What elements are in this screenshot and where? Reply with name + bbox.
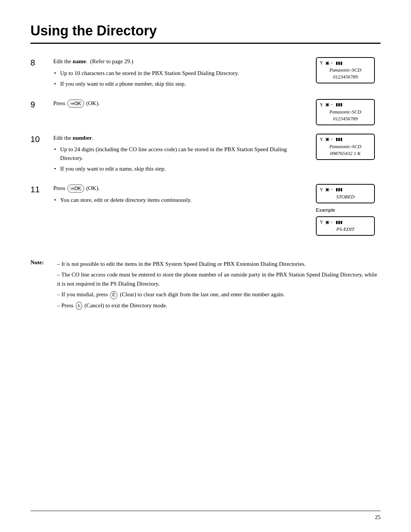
forward-icon-10: ▣→ [325,137,333,142]
note-section: Note: – It is not possible to edit the i… [30,256,381,312]
step-9-body: Press ⇒OK (OK). [53,99,316,111]
lcd-line1-9: Panasonic-SCD [320,109,371,115]
lcd-display-11-stored: Y ▣→ ▮▮▮ STORED [316,184,375,203]
battery-icon-8: ▮▮▮ [336,61,342,66]
step-11-body: Press ⇒OK (OK). You can store, edit or d… [53,184,316,207]
note-item-3: – If you misdial, press C̈ (Clear) to cl… [57,290,381,299]
example-label: Example [316,207,335,213]
lcd-line1-10: Panasonic-SCD [320,143,371,150]
lcd-icons-8: Y ▣→ ▮▮▮ [320,60,371,66]
step-number-11: 11 [30,184,53,195]
battery-icon-9: ▮▮▮ [336,102,342,107]
note-body: – It is not possible to edit the items i… [57,259,381,312]
step-11-side: Y ▣→ ▮▮▮ STORED Example Y ▣→ ▮▮▮ [316,184,381,236]
lcd-line1-8: Panasonic-SCD [320,67,371,73]
lcd-display-10: Y ▣→ ▮▮▮ Panasonic-SCD 098765432 1 K [316,134,375,160]
lcd-icons-10: Y ▣→ ▮▮▮ [320,136,371,142]
antenna-icon-9: Y [320,102,323,108]
step-11-bullets: You can store, edit or delete directory … [53,196,308,204]
step-11: 11 Press ⇒OK (OK). You can store, edit o… [30,184,381,236]
step-10-bullet-1: Up to 24 digits (including the CO line a… [53,145,308,162]
step-number-9: 9 [30,99,53,110]
step-10-bullets: Up to 24 digits (including the CO line a… [53,145,308,173]
lcd-line2-8: 0123456789 [320,73,371,80]
note-item-1: – It is not possible to edit the items i… [57,259,381,268]
forward-icon-8: ▣→ [325,61,333,66]
lcd-text-11-example: PS-EDIT [320,226,371,233]
clear-button-icon: C̈ [110,291,118,299]
forward-icon-11a: ▣→ [325,187,333,192]
lcd-stored-label: STORED [320,193,371,200]
lcd-icons-11-stored: Y ▣→ ▮▮▮ [320,187,371,193]
lcd-line2-10: 098765432 1 K [320,150,371,157]
step-9: 9 Press ⇒OK (OK). Y ▣→ ▮▮▮ Panasonic-SCD… [30,99,381,125]
main-content: 8 Edit the name. (Refer to page 29.) Up … [30,57,381,312]
ok-button-icon-9: ⇒OK [67,99,84,108]
ok-button-icon-11: ⇒OK [67,184,84,193]
step-8-instruction: Edit the name. (Refer to page 29.) [53,57,308,66]
step-10-body: Edit the number. Up to 24 digits (includ… [53,134,316,176]
antenna-icon-8: Y [320,60,323,66]
note-label: Note: [30,259,57,312]
step-8-bullet-1: Up to 10 characters can be stored in the… [53,69,308,78]
antenna-icon-11a: Y [320,187,323,193]
step-11-bullet-1: You can store, edit or delete directory … [53,196,308,204]
step-10-bullet-2: If you only want to edit a name, skip th… [53,165,308,173]
page-title: Using the Directory [30,23,381,44]
step-10-side: Y ▣→ ▮▮▮ Panasonic-SCD 098765432 1 K [316,134,381,160]
lcd-text-9: Panasonic-SCD 0123456789 [320,109,371,122]
lcd-display-11-example: Y ▣→ ▮▮▮ PS-EDIT [316,216,375,236]
lcd-display-8: Y ▣→ ▮▮▮ Panasonic-SCD 0123456789 [316,57,375,83]
step-9-instruction: Press ⇒OK (OK). [53,99,308,108]
step-9-side: Y ▣→ ▮▮▮ Panasonic-SCD 0123456789 [316,99,381,125]
battery-icon-10: ▮▮▮ [336,137,342,142]
step-number-8: 8 [30,57,53,68]
bottom-divider [30,511,381,511]
lcd-example-label: PS-EDIT [320,226,371,233]
page: Using the Directory 8 Edit the name. (Re… [0,0,411,532]
step-11-instruction: Press ⇒OK (OK). [53,184,308,193]
lcd-display-9: Y ▣→ ▮▮▮ Panasonic-SCD 0123456789 [316,99,375,125]
step-8: 8 Edit the name. (Refer to page 29.) Up … [30,57,381,91]
lcd-text-8: Panasonic-SCD 0123456789 [320,67,371,80]
forward-icon-9: ▣→ [325,102,333,107]
cancel-button-icon: c [76,302,83,310]
step-8-side: Y ▣→ ▮▮▮ Panasonic-SCD 0123456789 [316,57,381,83]
page-number: 25 [375,514,381,521]
lcd-text-11-stored: STORED [320,193,371,200]
step-8-bullets: Up to 10 characters can be stored in the… [53,69,308,88]
step-8-bullet-2: If you only want to edit a phone number,… [53,80,308,88]
lcd-text-10: Panasonic-SCD 098765432 1 K [320,143,371,157]
battery-icon-11a: ▮▮▮ [336,187,342,192]
lcd-icons-11-example: Y ▣→ ▮▮▮ [320,219,371,225]
antenna-icon-10: Y [320,136,323,142]
battery-icon-11b: ▮▮▮ [336,220,342,225]
note-item-2: – The CO line access code must be entere… [57,270,381,288]
step-10: 10 Edit the number. Up to 24 digits (inc… [30,134,381,176]
note-item-4: – Press c (Cancel) to exit the Directory… [57,301,381,310]
lcd-line2-9: 0123456789 [320,115,371,122]
antenna-icon-11b: Y [320,219,323,225]
step-10-instruction: Edit the number. [53,134,308,142]
forward-icon-11b: ▣→ [325,220,333,225]
step-number-10: 10 [30,134,53,144]
step-8-body: Edit the name. (Refer to page 29.) Up to… [53,57,316,91]
lcd-icons-9: Y ▣→ ▮▮▮ [320,102,371,108]
